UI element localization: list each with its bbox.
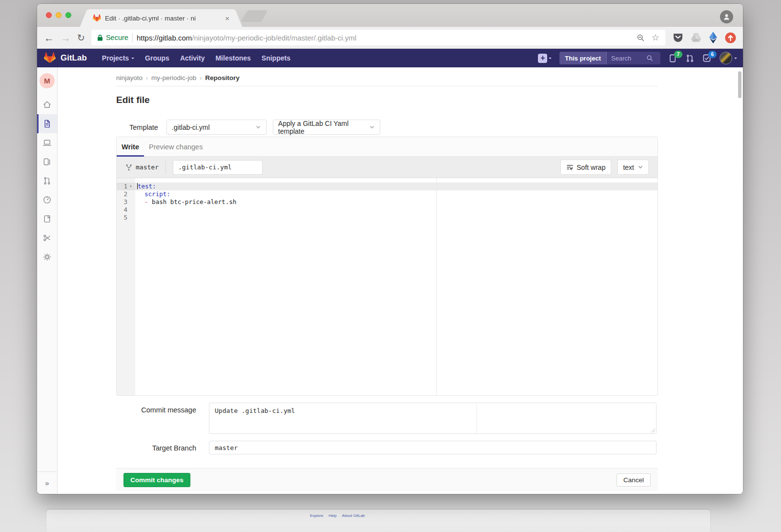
nav-item-projects[interactable]: Projects [98, 52, 139, 64]
zoom-window-button[interactable] [65, 12, 71, 18]
syntax-mode-dropdown[interactable]: text [617, 160, 649, 175]
ethereum-extension-icon[interactable] [709, 31, 718, 44]
nav-item-groups[interactable]: Groups [141, 52, 174, 64]
code-line-2[interactable]: script: [135, 190, 658, 198]
reload-button[interactable]: ↻ [77, 33, 85, 42]
page-scrollbar[interactable] [738, 71, 741, 98]
browser-window: Edit · .gitlab-ci.yml · master · ni × ← … [37, 4, 743, 494]
code-editor[interactable]: 1▾2345 test: script: - bash btc-price-al… [117, 178, 658, 395]
filename-input[interactable] [173, 160, 263, 175]
search-box[interactable] [607, 52, 660, 64]
window-controls [46, 12, 71, 18]
code-fold-icon[interactable]: ▾ [127, 183, 134, 190]
sidebar-item-merge-requests[interactable] [37, 171, 57, 190]
extension-icons [673, 31, 736, 44]
git-branch-icon [125, 164, 132, 171]
breadcrumb: ninjayoto › my-periodic-job › Repository [116, 67, 658, 86]
template-file-dropdown[interactable]: .gitlab-ci.yml [166, 120, 267, 135]
fold-spacer [127, 190, 134, 198]
editor-code-area: test: script: - bash btc-price-alert.sh [135, 178, 658, 395]
merge-request-icon [42, 176, 52, 185]
editor-gutter: 1▾2345 [117, 178, 135, 395]
footer-link-help[interactable]: Help [329, 513, 336, 518]
project-avatar[interactable]: M [40, 73, 55, 88]
textarea-width-marker [476, 403, 477, 433]
branch-indicator: master [125, 164, 159, 171]
breadcrumb-project[interactable]: my-periodic-job [151, 74, 196, 82]
project-sidebar: M [37, 67, 58, 494]
target-branch-label: Target Branch [116, 441, 209, 454]
search-group: This project [559, 52, 660, 64]
close-window-button[interactable] [46, 12, 52, 18]
search-scope-button[interactable]: This project [559, 52, 607, 64]
fold-spacer [127, 198, 134, 206]
footer-link-explore[interactable]: Explore [310, 513, 323, 518]
file-editor-widget: Write Preview changes master [116, 137, 658, 396]
code-line-4[interactable] [135, 206, 658, 214]
forward-button[interactable]: → [61, 33, 71, 43]
resize-handle[interactable] [650, 428, 655, 432]
gitlab-logo[interactable] [44, 52, 56, 64]
cancel-button[interactable]: Cancel [617, 473, 651, 487]
new-tab-button[interactable] [241, 10, 268, 22]
back-button[interactable]: ← [44, 33, 54, 43]
gitlab-wordmark[interactable]: GitLab [61, 53, 87, 63]
minimize-window-button[interactable] [56, 12, 62, 18]
sidebar-item-issues[interactable] [37, 152, 57, 171]
template-row: Template .gitlab-ci.yml Apply a GitLab C… [129, 120, 658, 135]
sidebar-item-wiki[interactable] [37, 209, 57, 228]
breadcrumb-current: Repository [205, 74, 240, 82]
todos-nav-button[interactable]: 6 [702, 54, 712, 63]
code-line-5[interactable] [135, 214, 658, 222]
code-line-3[interactable]: - bash btc-price-alert.sh [135, 198, 658, 206]
commit-changes-button[interactable]: Commit changes [123, 473, 190, 487]
nav-item-snippets[interactable]: Snippets [257, 52, 295, 64]
sidebar-item-registry[interactable] [37, 133, 57, 152]
sidebar-collapse-toggle[interactable]: » [37, 471, 57, 494]
drive-extension-icon[interactable] [691, 33, 701, 42]
footer-link-about[interactable]: About GitLab [342, 513, 365, 518]
background-window-edge: Explore Help About GitLab [46, 510, 710, 532]
sidebar-item-repository[interactable] [37, 114, 57, 133]
code-line-1[interactable]: test: [135, 183, 658, 190]
zoom-out-icon[interactable] [637, 34, 645, 42]
search-input[interactable] [611, 55, 646, 62]
breadcrumb-group[interactable]: ninjayoto [116, 74, 143, 82]
page-title: Edit file [116, 95, 658, 105]
user-avatar [719, 52, 732, 64]
sidebar-item-snippets[interactable] [37, 228, 57, 247]
user-menu[interactable] [719, 52, 737, 64]
browser-profile-icon[interactable] [720, 10, 733, 23]
tab-preview-changes[interactable]: Preview changes [144, 138, 207, 156]
pocket-extension-icon[interactable] [673, 32, 683, 43]
nav-item-milestones[interactable]: Milestones [211, 52, 255, 64]
browser-tab[interactable]: Edit · .gitlab-ci.yml · master · ni × [88, 9, 234, 27]
commit-message-input[interactable]: Update .gitlab-ci.yml [209, 403, 657, 434]
target-branch-input[interactable] [209, 441, 657, 454]
tab-close-icon[interactable]: × [225, 15, 229, 22]
sidebar-item-overview[interactable] [37, 95, 57, 114]
address-bar[interactable]: Secure https://gitlab.com/ninjayoto/my-p… [91, 30, 665, 45]
form-actions: Commit changes Cancel [116, 468, 658, 491]
issues-count-badge: 7 [674, 51, 682, 58]
file-toolbar: master Soft wrap text [117, 157, 658, 178]
tab-write[interactable]: Write [117, 138, 144, 156]
chevron-right-icon: › [200, 75, 202, 82]
orange-upload-extension-icon[interactable] [725, 32, 736, 43]
soft-wrap-button[interactable]: Soft wrap [560, 160, 611, 175]
navbar-links: Projects Groups Activity Milestones Snip… [98, 52, 295, 64]
merge-requests-nav-button[interactable] [685, 54, 695, 63]
chevron-down-icon [734, 58, 737, 61]
home-icon [42, 100, 52, 109]
apply-template-dropdown[interactable]: Apply a GitLab CI Yaml template [273, 120, 380, 135]
bookmark-star-icon[interactable]: ☆ [652, 32, 659, 43]
new-menu-button[interactable]: + [538, 54, 552, 63]
secure-indicator[interactable]: Secure [97, 34, 128, 41]
gitlab-footer-links: Explore Help About GitLab [310, 513, 365, 518]
sidebar-item-settings[interactable] [37, 247, 57, 266]
sidebar-item-ci-cd[interactable] [37, 190, 57, 209]
issues-nav-button[interactable]: 7 [668, 54, 678, 63]
browser-toolbar: ← → ↻ Secure https://gitlab.com/ninjayot… [37, 27, 743, 49]
nav-item-activity[interactable]: Activity [176, 52, 209, 64]
gear-icon [42, 252, 52, 262]
